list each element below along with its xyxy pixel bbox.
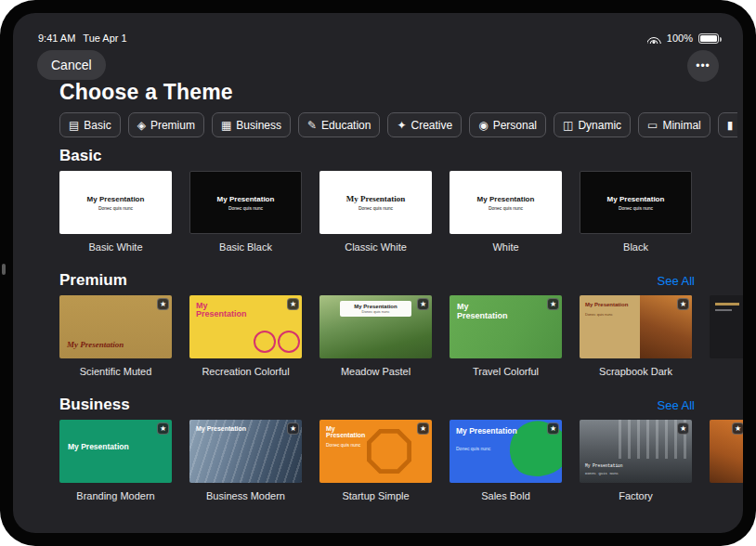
business-category-icon: ▦ [221,120,231,131]
theme-card-business-modern[interactable]: My Presentation ★ Business Modern [189,420,302,501]
theme-card-partial[interactable] [710,295,743,377]
theme-thumbnail: My Presentation Donec quis nunc ★ [450,420,562,483]
theme-name: Scrapbook Dark [580,366,692,377]
premium-category-icon: ◈ [137,120,146,131]
theme-card-sales-bold[interactable]: My Presentation Donec quis nunc ★ Sales … [450,420,562,501]
section-title: Basic [59,147,101,165]
star-badge-icon: ★ [417,298,429,310]
filter-chip-personal[interactable]: ◉Personal [469,112,546,137]
education-category-icon: ✎ [307,120,317,131]
personal-category-icon: ◉ [478,120,488,131]
star-badge-icon: ★ [732,422,743,435]
star-badge-icon: ★ [287,298,299,310]
star-badge-icon: ★ [677,422,689,435]
section-title: Premium [59,271,127,290]
theme-card-basic-white[interactable]: My PresentationDonec quis nunc Basic Whi… [59,171,172,253]
status-time-date: 9:41 AMTue Apr 1 [38,32,135,44]
theme-card-classic-white[interactable]: My PresentationDonec quis nunc Classic W… [319,171,432,253]
theme-card-partial[interactable]: ★ [710,420,743,501]
creative-category-icon: ✦ [397,120,406,131]
ipad-bezel: 9:41 AMTue Apr 1 100% Cancel ••• Choose … [0,0,756,546]
theme-thumbnail: My Presentation Donec quis nunc ★ [580,295,692,358]
theme-thumbnail: My Presentation Donec Quis Nunc ★ [580,420,692,483]
theme-row-basic: My PresentationDonec quis nunc Basic Whi… [59,171,743,253]
theme-card-recreation-colorful[interactable]: My Presentation ★ Recreation Colorful [189,295,302,377]
status-bar: 9:41 AMTue Apr 1 100% [38,32,719,44]
filter-label: Basic [84,119,111,132]
star-badge-icon: ★ [287,422,299,435]
theme-thumbnail: My PresentationDonec quis nunc [319,171,432,234]
theme-name: Business Modern [189,490,302,501]
filter-label: Premium [150,119,195,132]
filter-chip-bold[interactable]: ▮Bold [718,112,737,137]
section-premium: Premium See All My Presentation ★ Scient… [59,271,743,377]
theme-name: White [450,241,562,253]
section-title: Business [59,396,130,414]
theme-name: Black [580,241,692,253]
filter-chip-basic[interactable]: ▤Basic [59,112,121,137]
star-badge-icon: ★ [157,422,169,435]
more-options-button[interactable]: ••• [687,50,719,82]
theme-card-factory[interactable]: My Presentation Donec Quis Nunc ★ Factor… [580,420,692,501]
filter-label: Education [321,119,371,132]
see-all-premium-link[interactable]: See All [658,274,695,288]
see-all-business-link[interactable]: See All [658,398,695,412]
bicycle-graphic [254,331,276,353]
theme-card-white[interactable]: My PresentationDonec quis nunc White [450,171,562,253]
filter-chip-minimal[interactable]: ▭Minimal [638,112,710,137]
filter-label: Personal [493,119,537,132]
star-badge-icon: ★ [677,298,689,310]
side-button [2,264,6,275]
battery-percent: 100% [667,32,693,44]
theme-card-scientific-muted[interactable]: My Presentation ★ Scientific Muted [59,295,172,377]
theme-row-premium: My Presentation ★ Scientific Muted My Pr… [59,295,743,377]
theme-card-basic-black[interactable]: My PresentationDonec quis nunc Basic Bla… [189,171,302,253]
theme-name: Recreation Colorful [189,366,302,377]
theme-card-black[interactable]: My PresentationDonec quis nunc Black [580,171,692,253]
star-badge-icon: ★ [417,422,429,435]
status-time: 9:41 AM [38,32,75,44]
cancel-button[interactable]: Cancel [37,50,106,80]
filter-label: Creative [411,119,452,132]
theme-thumbnail: My Presentation Donec quis nunc ★ [319,420,432,483]
theme-thumbnail: My PresentationDonec quis nunc [189,171,302,234]
theme-card-meadow-pastel[interactable]: My PresentationDonec quis nunc ★ Meadow … [319,295,432,377]
filter-label: Minimal [662,119,700,132]
star-badge-icon: ★ [157,298,169,310]
theme-name: Travel Colorful [450,366,562,377]
filter-chip-premium[interactable]: ◈Premium [128,112,204,137]
filter-chip-education[interactable]: ✎Education [298,112,380,137]
basic-category-icon: ▤ [69,120,79,131]
theme-name: Branding Modern [59,490,172,501]
category-filter-bar: ▤Basic ◈Premium ▦Business ✎Education ✦Cr… [59,112,737,137]
theme-card-branding-modern[interactable]: My Presentation ★ Branding Modern [59,420,172,501]
dynamic-category-icon: ◫ [563,120,573,131]
theme-name: Meadow Pastel [319,366,432,377]
theme-card-scrapbook-dark[interactable]: My Presentation Donec quis nunc ★ Scrapb… [580,295,692,377]
theme-thumbnail: My Presentation ★ [59,295,172,358]
wifi-icon [647,33,661,44]
theme-name: Basic Black [189,241,302,253]
status-date: Tue Apr 1 [83,32,126,44]
filter-label: Business [236,119,281,132]
bold-category-icon: ▮ [727,120,734,131]
theme-thumbnail: My Presentation ★ [59,420,172,483]
theme-thumbnail: My Presentation ★ [450,295,562,358]
filter-chip-creative[interactable]: ✦Creative [387,112,462,137]
theme-name: Classic White [319,241,432,253]
star-badge-icon: ★ [547,298,559,310]
minimal-category-icon: ▭ [647,120,658,131]
theme-card-travel-colorful[interactable]: My Presentation ★ Travel Colorful [450,295,562,377]
filter-chip-business[interactable]: ▦Business [212,112,291,137]
theme-thumbnail: ★ [710,420,743,483]
theme-thumbnail: My PresentationDonec quis nunc [59,171,172,234]
filter-chip-dynamic[interactable]: ◫Dynamic [554,112,631,137]
theme-name: Factory [580,490,692,501]
theme-name: Scientific Muted [59,366,172,377]
theme-thumbnail: My PresentationDonec quis nunc ★ [319,295,432,358]
theme-name: Sales Bold [450,490,562,501]
theme-card-startup-simple[interactable]: My Presentation Donec quis nunc ★ Startu… [319,420,432,501]
theme-thumbnail: My Presentation ★ [189,295,302,358]
filter-label: Dynamic [578,119,621,132]
theme-thumbnail [710,295,743,358]
